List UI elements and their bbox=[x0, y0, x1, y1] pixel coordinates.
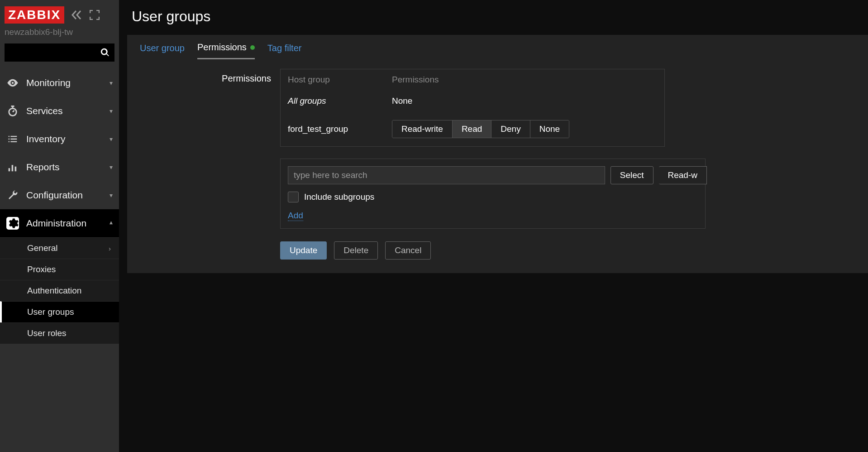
nav-services[interactable]: Services ▾ bbox=[0, 97, 119, 125]
sub-user-roles[interactable]: User roles bbox=[0, 322, 119, 344]
hostgroup-search-input[interactable] bbox=[288, 166, 605, 184]
server-name: newzabbix6-blj-tw bbox=[0, 27, 119, 43]
sub-proxies[interactable]: Proxies bbox=[0, 259, 119, 280]
permissions-table: Host group Permissions All groups None f… bbox=[280, 69, 665, 147]
svg-point-0 bbox=[9, 108, 16, 115]
hostgroup-name: ford_test_group bbox=[288, 124, 392, 134]
chevron-down-icon: ▾ bbox=[110, 79, 113, 87]
nav-reports[interactable]: Reports ▾ bbox=[0, 153, 119, 181]
chevron-down-icon: ▾ bbox=[110, 192, 113, 199]
sub-user-groups[interactable]: User groups bbox=[0, 301, 119, 322]
select-button[interactable]: Select bbox=[610, 166, 653, 184]
tab-label: Permissions bbox=[197, 42, 247, 53]
seg-deny[interactable]: Deny bbox=[491, 120, 530, 138]
tab-permissions[interactable]: Permissions bbox=[197, 42, 255, 59]
tab-tag-filter[interactable]: Tag filter bbox=[267, 42, 302, 59]
chevron-right-icon: › bbox=[109, 245, 111, 252]
form-actions: Update Delete Cancel bbox=[280, 241, 855, 260]
chevron-down-icon: ▾ bbox=[110, 135, 113, 143]
content-card: User group Permissions Tag filter Permis… bbox=[127, 35, 868, 273]
logo[interactable]: ZABBIX bbox=[5, 6, 64, 24]
sidebar-header: ZABBIX bbox=[0, 0, 119, 27]
sidebar: ZABBIX newzabbix6-blj-tw Monitoring bbox=[0, 0, 119, 452]
col-permissions: Permissions bbox=[392, 75, 657, 85]
seg-read[interactable]: Read bbox=[453, 120, 491, 138]
update-button[interactable]: Update bbox=[280, 241, 327, 260]
nav-label: Inventory bbox=[26, 134, 110, 144]
sub-label: Authentication bbox=[27, 286, 81, 296]
nav-administration[interactable]: Administration ▾ bbox=[0, 209, 119, 237]
search-icon bbox=[100, 48, 110, 58]
sub-label: General bbox=[27, 243, 58, 253]
include-subgroups-checkbox[interactable] bbox=[288, 192, 299, 202]
add-link[interactable]: Add bbox=[288, 211, 303, 221]
chevron-down-icon: ▾ bbox=[110, 163, 113, 171]
tab-label: Tag filter bbox=[267, 43, 302, 53]
kiosk-mode-icon[interactable] bbox=[90, 10, 100, 20]
sub-label: User groups bbox=[27, 307, 74, 317]
page-title: User groups bbox=[119, 0, 868, 35]
tabs: User group Permissions Tag filter bbox=[127, 35, 868, 60]
nav-label: Reports bbox=[26, 162, 110, 173]
sidebar-collapse-icon[interactable] bbox=[71, 10, 83, 20]
tab-user-group[interactable]: User group bbox=[140, 42, 185, 59]
chevron-down-icon: ▾ bbox=[110, 107, 113, 115]
cancel-button[interactable]: Cancel bbox=[385, 241, 431, 260]
permissions-label: Permissions bbox=[140, 69, 280, 229]
global-search[interactable] bbox=[5, 43, 114, 62]
sub-authentication[interactable]: Authentication bbox=[0, 280, 119, 301]
gear-icon bbox=[6, 217, 26, 230]
eye-icon bbox=[6, 77, 26, 89]
seg-none[interactable]: None bbox=[530, 120, 569, 138]
list-icon bbox=[6, 133, 26, 145]
include-subgroups-label: Include subgroups bbox=[304, 192, 374, 202]
main-content: User groups User group Permissions Tag f… bbox=[119, 0, 868, 452]
nav-configuration[interactable]: Configuration ▾ bbox=[0, 181, 119, 209]
all-groups-value: None bbox=[392, 96, 657, 106]
admin-subnav: General › Proxies Authentication User gr… bbox=[0, 237, 119, 344]
all-groups-label: All groups bbox=[288, 96, 392, 106]
nav-label: Monitoring bbox=[26, 77, 110, 88]
delete-button[interactable]: Delete bbox=[334, 241, 378, 260]
col-host-group: Host group bbox=[288, 75, 392, 85]
permission-segment: Read-write Read Deny None bbox=[392, 120, 569, 138]
changed-dot-icon bbox=[250, 45, 255, 50]
tab-label: User group bbox=[140, 43, 185, 53]
perm-readwrite-button[interactable]: Read-w bbox=[659, 166, 707, 184]
sub-label: User roles bbox=[27, 328, 67, 338]
bar-chart-icon bbox=[6, 161, 26, 173]
wrench-icon bbox=[6, 189, 26, 202]
nav-label: Configuration bbox=[26, 190, 110, 201]
main-nav: Monitoring ▾ Services ▾ Inventory ▾ bbox=[0, 69, 119, 344]
add-panel: Select Read-w Include subgroups Add bbox=[280, 159, 706, 229]
nav-inventory[interactable]: Inventory ▾ bbox=[0, 125, 119, 153]
sub-label: Proxies bbox=[27, 264, 56, 274]
stopwatch-icon bbox=[6, 105, 26, 117]
nav-monitoring[interactable]: Monitoring ▾ bbox=[0, 69, 119, 97]
sub-general[interactable]: General › bbox=[0, 237, 119, 259]
nav-label: Services bbox=[26, 106, 110, 116]
chevron-up-icon: ▾ bbox=[110, 220, 113, 227]
nav-label: Administration bbox=[26, 218, 110, 229]
seg-read-write[interactable]: Read-write bbox=[392, 120, 453, 138]
